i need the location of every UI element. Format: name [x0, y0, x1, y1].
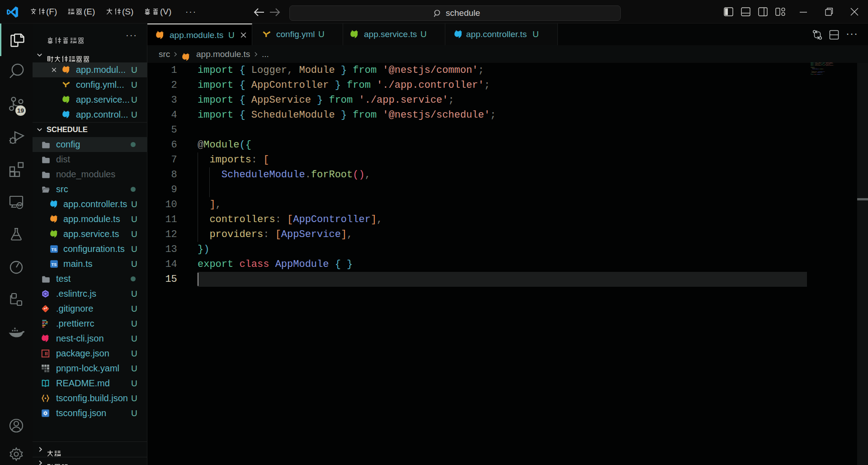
svg-text:TS: TS	[52, 247, 57, 252]
svg-text:TS: TS	[52, 262, 57, 267]
